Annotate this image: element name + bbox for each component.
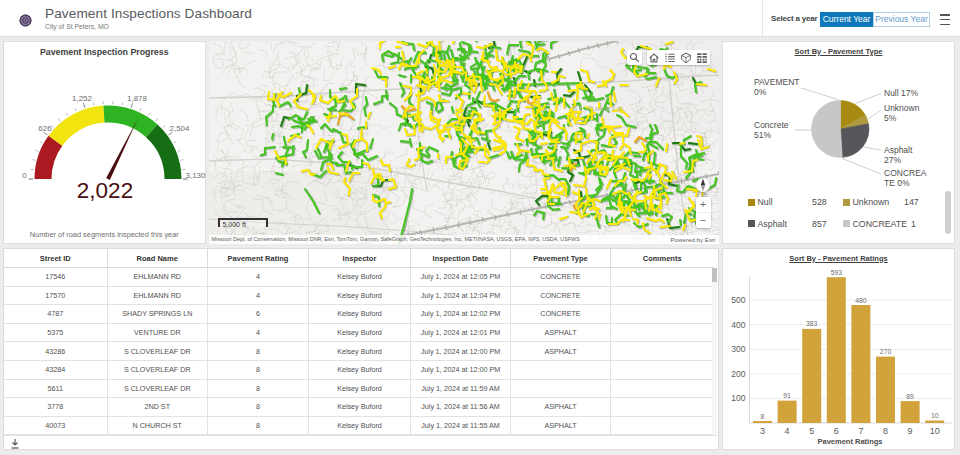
svg-text:200: 200 bbox=[731, 368, 745, 378]
svg-text:8: 8 bbox=[883, 426, 888, 436]
svg-text:300: 300 bbox=[731, 344, 745, 354]
svg-text:270: 270 bbox=[880, 348, 892, 355]
svg-text:9: 9 bbox=[908, 426, 913, 436]
svg-text:1,878: 1,878 bbox=[127, 94, 148, 103]
svg-text:2,022: 2,022 bbox=[77, 178, 133, 203]
svg-text:4: 4 bbox=[785, 426, 790, 436]
svg-text:6: 6 bbox=[834, 426, 839, 436]
svg-text:8: 8 bbox=[761, 412, 765, 419]
svg-text:480: 480 bbox=[855, 296, 867, 303]
svg-text:500: 500 bbox=[731, 295, 745, 305]
svg-text:593: 593 bbox=[831, 268, 843, 275]
svg-text:2,504: 2,504 bbox=[169, 124, 190, 133]
svg-text:91: 91 bbox=[783, 392, 791, 399]
svg-text:1,252: 1,252 bbox=[72, 94, 93, 103]
svg-text:Pavement Ratings: Pavement Ratings bbox=[817, 437, 882, 446]
svg-text:St Peters: St Peters bbox=[572, 104, 623, 113]
svg-text:7: 7 bbox=[858, 426, 863, 436]
svg-text:3,130: 3,130 bbox=[186, 171, 207, 180]
svg-text:3: 3 bbox=[760, 426, 765, 436]
svg-text:10: 10 bbox=[931, 412, 939, 419]
svg-text:400: 400 bbox=[731, 319, 745, 329]
svg-text:10: 10 bbox=[930, 426, 940, 436]
svg-text:0: 0 bbox=[22, 171, 27, 180]
svg-text:89: 89 bbox=[906, 392, 914, 399]
svg-text:5: 5 bbox=[809, 426, 814, 436]
svg-text:626: 626 bbox=[38, 124, 52, 133]
svg-text:100: 100 bbox=[731, 393, 745, 403]
svg-text:383: 383 bbox=[806, 320, 818, 327]
